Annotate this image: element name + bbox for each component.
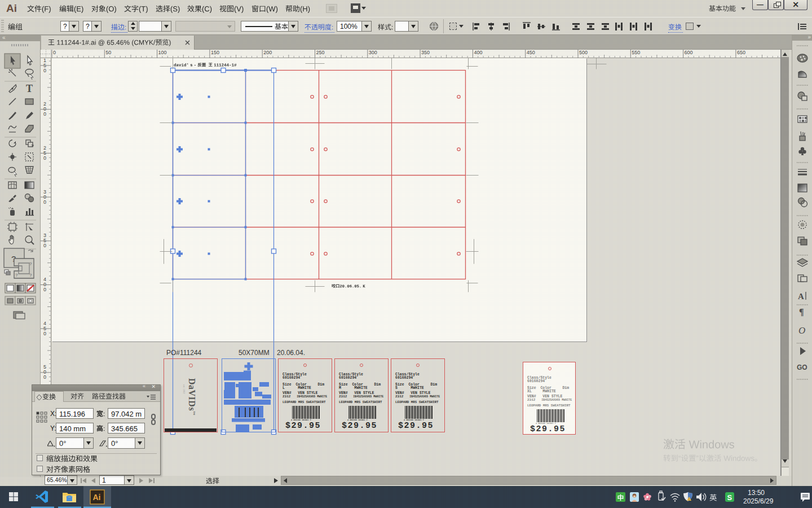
svg-text:0: 0: [43, 374, 46, 380]
svg-text:2025/6/29: 2025/6/29: [743, 497, 774, 505]
svg-text:?: ?: [15, 273, 18, 278]
svg-text:0: 0: [43, 111, 46, 117]
svg-text:S: S: [727, 493, 732, 502]
svg-text:350: 350: [421, 50, 430, 55]
svg-text:¶: ¶: [799, 307, 804, 317]
svg-text:0: 0: [43, 199, 46, 205]
svg-text:T: T: [26, 83, 33, 94]
svg-text:300: 300: [369, 50, 377, 55]
svg-text:550: 550: [632, 50, 640, 55]
svg-text:500: 500: [579, 50, 588, 55]
svg-text:100: 100: [158, 50, 167, 55]
svg-text:Ai: Ai: [93, 493, 101, 502]
svg-text:250: 250: [316, 50, 325, 55]
svg-text:0: 0: [53, 50, 56, 55]
svg-text:50: 50: [105, 50, 111, 55]
svg-text:0: 0: [43, 68, 46, 73]
svg-text:650: 650: [737, 50, 745, 55]
svg-text:600: 600: [685, 50, 693, 55]
svg-text:13:50: 13:50: [748, 489, 765, 497]
svg-text:0: 0: [43, 331, 46, 336]
svg-text:GO: GO: [797, 364, 807, 371]
svg-text:400: 400: [474, 50, 482, 55]
svg-text:O: O: [798, 325, 805, 336]
svg-text:?: ?: [29, 261, 32, 266]
svg-text:A: A: [798, 292, 804, 301]
svg-text:0: 0: [43, 243, 46, 248]
svg-text:150: 150: [211, 50, 219, 55]
svg-text:0: 0: [43, 287, 46, 292]
svg-text:0: 0: [43, 155, 46, 161]
svg-text:?: ?: [29, 273, 32, 278]
svg-text:450: 450: [527, 50, 535, 55]
svg-text:200: 200: [263, 50, 272, 55]
